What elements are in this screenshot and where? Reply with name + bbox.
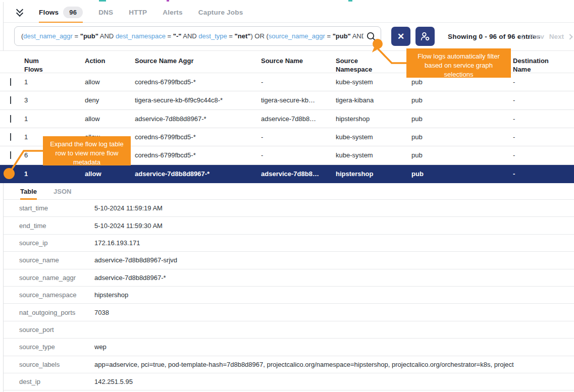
collapse-panel-icon[interactable] [15,7,25,17]
detail-key: dest_ip [4,378,94,385]
source-name-aggr-cell: tigera-secure-kb-6f9c9c44c8-* [135,96,261,104]
destination-name-cell: - [513,151,574,159]
source-name-aggr-cell: adservice-7d8b8d8967-* [135,115,261,123]
source-name-cell: - [261,151,336,159]
tab-flows[interactable]: Flows 96 [39,2,83,23]
dest-name-aggr-cell: pub [411,151,513,159]
source-namespace-cell: hipstershop [336,170,411,178]
detail-kv-row: source_namespace hipstershop [4,287,574,304]
user-settings-button[interactable] [415,27,435,46]
filter-query-input[interactable]: (dest_name_aggr = "pub" AND dest_namespa… [14,26,381,46]
expand-row-chevron-icon[interactable] [10,115,11,123]
tab-capture-jobs[interactable]: Capture Jobs [198,2,243,23]
num-flows-cell: 1 [24,170,85,178]
detail-kv-row: source_labels app=adservice, pci=true, p… [4,356,574,373]
expand-row-chevron-icon[interactable] [10,96,11,104]
detail-value: 142.251.5.95 [94,378,574,385]
detail-key: source_name_aggr [4,274,94,282]
source-name-cell: - [261,78,336,86]
source-name-cell: adservice-7d8b8… [261,115,336,123]
detail-key: source_type [4,343,94,351]
flow-logs-panel: { "colors": { "accent_orange": "#F6921E"… [0,0,574,392]
flow-table-row[interactable]: 1 allow adservice-7d8b8d8967-* adservice… [0,110,574,128]
expand-row-chevron-icon[interactable] [10,151,11,159]
detail-kv-row: source_ip 172.16.193.171 [4,235,574,252]
dest-name-aggr-cell: pub [411,78,513,86]
col-source-name-aggr: Source Name Aggr [135,51,261,66]
dest-name-aggr-cell: pub [411,115,513,123]
expand-row-chevron-icon[interactable] [10,78,11,86]
action-cell: allow [85,78,135,86]
source-namespace-cell: kube-system [336,133,411,141]
destination-name-cell: - [513,170,574,178]
detail-value: 5-10-2024 11:59:30 AM [94,222,574,230]
tab-alerts[interactable]: Alerts [163,2,182,23]
filter-bar: (dest_name_aggr = "pub" AND dest_namespa… [4,23,574,50]
col-action: Action [85,51,135,66]
detail-key: source_namespace [4,291,94,299]
next-button[interactable]: Next [549,33,564,40]
col-destination-name: Destination Name [513,51,574,74]
detail-kv-row: source_type wep [4,339,574,356]
destination-name-cell: - [513,133,574,141]
source-name-aggr-cell: coredns-6799fbcd5-* [135,133,261,141]
source-name-aggr-cell: adservice-7d8b8d8967-* [135,170,261,178]
num-flows-cell: 3 [24,96,85,104]
source-namespace-cell: kube-system [336,78,411,86]
next-chevron-icon[interactable] [567,34,572,39]
source-name-aggr-cell: coredns-6799fbcd5-* [135,151,261,159]
search-icon[interactable] [366,31,377,42]
source-name-cell: - [261,133,336,141]
source-name-cell: adservice-7d8b8… [261,170,336,178]
tab-flows-label: Flows [39,9,59,16]
detail-key: source_ip [4,239,94,247]
dest-name-aggr-cell: pub [411,96,513,104]
flow-table-row[interactable]: 1 allow adservice-7d8b8d8967-* adservice… [0,165,574,183]
detail-kv-row: end_time 5-10-2024 11:59:30 AM [4,217,574,234]
callout-expand-tooltip: Expand the flow log table row to view mo… [43,136,131,165]
clear-filter-button[interactable]: ✕ [391,27,410,46]
detail-tab-json[interactable]: JSON [54,183,71,200]
prev-chevron-icon[interactable] [520,34,526,39]
action-cell: allow [85,115,135,123]
log-tabs-bar: Flows 96 DNS HTTP Alerts Capture Jobs [4,2,574,23]
dest-name-aggr-cell: pub [411,133,513,141]
flows-count-badge: 96 [63,7,83,18]
detail-value: adservice-7d8b8d8967-srjvd [94,256,574,264]
destination-name-cell: - [513,115,574,123]
tab-http[interactable]: HTTP [129,2,147,23]
col-source-name: Source Name [261,51,336,66]
detail-key: source_port [4,326,94,333]
source-name-cell: tigera-secure-kb… [261,96,336,104]
destination-name-cell: - [513,78,574,86]
num-flows-cell: 1 [24,78,85,86]
prev-button[interactable]: Prev [529,33,544,40]
detail-kv-row: start_time 5-10-2024 11:59:19 AM [4,200,574,217]
filter-query-text: (dest_name_aggr = "pub" AND dest_namespa… [21,32,363,40]
source-name-aggr-cell: coredns-6799fbcd5-* [135,78,261,86]
detail-value: app=adservice, pci=true, pod-template-ha… [94,361,574,368]
flow-detail-panel: Table JSON start_time 5-10-2024 11:59:19… [4,183,574,390]
expand-row-chevron-icon[interactable] [10,133,11,141]
detail-tab-table[interactable]: Table [20,183,37,200]
detail-kv-row: source_port [4,321,574,339]
source-namespace-cell: hipstershop [336,115,411,123]
tab-dns[interactable]: DNS [98,2,113,23]
col-num-flows: Num Flows [24,51,85,74]
destination-name-cell: - [513,96,574,104]
detail-key: start_time [4,204,94,212]
detail-value: 7038 [94,309,574,316]
source-namespace-cell: kube-system [336,151,411,159]
detail-value: hipstershop [94,291,574,299]
flow-table-row[interactable]: 3 deny tigera-secure-kb-6f9c9c44c8-* tig… [0,91,574,109]
detail-kv-table: start_time 5-10-2024 11:59:19 AM end_tim… [4,200,574,390]
detail-key: end_time [4,222,94,230]
action-cell: allow [85,170,135,178]
col-source-namespace: Source Namespace [336,51,411,74]
detail-key: source_name [4,256,94,264]
detail-tabs: Table JSON [4,183,574,200]
detail-value: adservice-7d8b8d8967-* [94,274,574,282]
num-flows-cell: 1 [24,115,85,123]
detail-key: source_labels [4,361,94,368]
detail-value: 172.16.193.171 [94,239,574,247]
